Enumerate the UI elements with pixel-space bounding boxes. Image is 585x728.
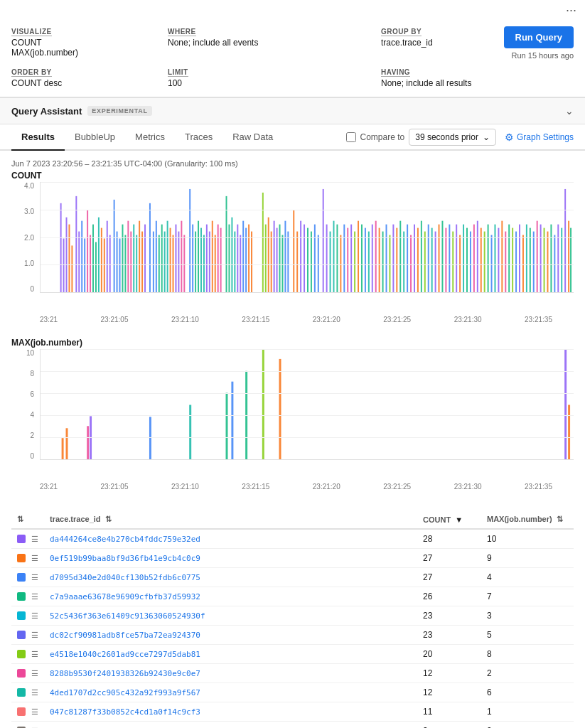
groupby-value: trace.trace_id	[381, 38, 495, 48]
svg-rect-57	[231, 218, 232, 292]
row-count: 28	[417, 529, 481, 549]
tab-metrics[interactable]: Metrics	[125, 124, 175, 151]
svg-rect-126	[473, 225, 475, 292]
svg-rect-102	[389, 235, 390, 292]
row-filter-icon[interactable]: ☰	[31, 631, 38, 640]
trace-id-link[interactable]: dc02cf90981adb8fce57ba72ea924370	[50, 631, 200, 640]
table-header-row: ⇅ trace.trace_id ⇅ COUNT ▼ MAX(job.numbe…	[11, 510, 574, 529]
svg-rect-17	[109, 235, 111, 292]
where-cell: WHERE None; include all events	[168, 26, 381, 48]
svg-rect-160	[189, 405, 191, 459]
svg-rect-18	[114, 200, 115, 292]
visualize-value1: COUNT	[11, 38, 159, 48]
svg-rect-134	[501, 221, 503, 292]
trace-id-link[interactable]: 047c81287f33b0852c4cd1a0f14c9cf3	[50, 707, 200, 717]
svg-rect-76	[296, 232, 298, 292]
svg-rect-69	[274, 221, 275, 292]
svg-rect-131	[491, 235, 493, 292]
trace-id-link[interactable]: 8288b9530f2401938326b92430e9c0e7	[50, 669, 200, 678]
svg-rect-44	[192, 225, 193, 292]
svg-rect-161	[226, 393, 228, 459]
run-query-button[interactable]: Run Query	[504, 26, 574, 48]
trace-color-dot	[17, 688, 26, 697]
row-count: 27	[417, 568, 481, 587]
svg-rect-19	[117, 232, 118, 292]
chart1-y-axis: 4.0 3.0 2.0 1.0 0	[11, 182, 37, 293]
trace-id-link[interactable]: 0ef519b99baa8bf9d36fb41e9cb4c0c9	[50, 554, 200, 563]
svg-rect-123	[463, 225, 464, 292]
row-trace-id: 4ded1707d2cc905c432a92f993a9f567	[44, 683, 417, 702]
tab-traces[interactable]: Traces	[175, 124, 222, 151]
svg-rect-113	[428, 225, 429, 292]
results-table: ⇅ trace.trace_id ⇅ COUNT ▼ MAX(job.numbe…	[11, 510, 574, 728]
tab-bubbleup[interactable]: BubbleUp	[65, 124, 125, 151]
row-max: 0	[481, 722, 574, 729]
query-assistant-bar[interactable]: Query Assistant EXPERIMENTAL ⌄	[0, 97, 585, 124]
row-filter-icon[interactable]: ☰	[31, 707, 38, 717]
table-row: ☰ 4ded1707d2cc905c432a92f993a9f567 12 6	[11, 683, 574, 702]
row-count: 12	[417, 683, 481, 702]
svg-rect-3	[68, 225, 70, 292]
row-icon-cell: ☰	[11, 587, 44, 606]
row-max: 9	[481, 549, 574, 568]
svg-rect-109	[414, 225, 415, 292]
compare-checkbox[interactable]	[346, 132, 356, 142]
row-count: 27	[417, 549, 481, 568]
table-row: ☰ 52c5436f363e61409c91363060524930f 23 3	[11, 606, 574, 626]
row-filter-icon[interactable]: ☰	[31, 650, 38, 659]
row-count: 12	[417, 664, 481, 683]
svg-rect-23	[127, 221, 129, 292]
trace-id-link[interactable]: 52c5436f363e61409c91363060524930f	[50, 611, 205, 621]
svg-rect-138	[515, 232, 517, 292]
svg-rect-143	[533, 232, 535, 292]
row-filter-icon[interactable]: ☰	[31, 611, 38, 621]
tab-rawdata[interactable]: Raw Data	[222, 124, 283, 151]
compare-dropdown[interactable]: 39 seconds prior ⌄	[409, 129, 496, 146]
row-filter-icon[interactable]: ☰	[31, 573, 38, 582]
svg-rect-58	[234, 232, 235, 292]
svg-rect-49	[206, 225, 208, 292]
svg-rect-144	[537, 221, 538, 292]
svg-rect-89	[343, 225, 345, 292]
qa-chevron-icon[interactable]: ⌄	[565, 105, 574, 117]
svg-rect-6	[78, 232, 80, 292]
svg-rect-64	[251, 232, 252, 292]
row-filter-icon[interactable]: ☰	[31, 592, 38, 601]
svg-rect-86	[333, 221, 335, 292]
trace-color-dot	[17, 535, 26, 543]
menu-dots[interactable]: ···	[566, 3, 576, 18]
chart2-svg	[41, 349, 574, 459]
svg-rect-26	[136, 235, 137, 292]
svg-rect-85	[330, 232, 331, 292]
trace-id-link[interactable]: 4ded1707d2cc905c432a92f993a9f567	[50, 688, 200, 697]
visualize-label: VISUALIZE	[11, 28, 52, 36]
row-trace-id: 0ef519b99baa8bf9d36fb41e9cb4c0c9	[44, 549, 417, 568]
col-sort[interactable]: ⇅	[11, 510, 44, 529]
row-filter-icon[interactable]: ☰	[31, 669, 38, 678]
row-icon-cell: ☰	[11, 722, 44, 729]
top-bar: ···	[0, 0, 585, 21]
svg-rect-73	[284, 221, 286, 292]
svg-rect-129	[484, 232, 485, 292]
trace-id-link[interactable]: c7a9aaae63678e96909cfbfb37d59932	[50, 592, 200, 601]
row-filter-icon[interactable]: ☰	[31, 554, 38, 563]
trace-id-link[interactable]: d7095d340e2d040cf130b52fdb6c0775	[50, 573, 200, 582]
row-max: 4	[481, 568, 574, 587]
graph-settings-button[interactable]: ⚙ Graph Settings	[505, 132, 574, 143]
tab-results[interactable]: Results	[11, 124, 65, 151]
svg-rect-111	[421, 221, 422, 292]
trace-id-link[interactable]: e4518e1040c2601ad9cce7297d5dab81	[50, 650, 200, 659]
trace-color-dot	[17, 707, 26, 716]
trace-id-link[interactable]: da444264ce8e4b270cb4fddc759e32ed	[50, 535, 200, 544]
row-count: 26	[417, 587, 481, 606]
orderby-label: ORDER BY	[11, 68, 52, 77]
col-count[interactable]: COUNT ▼	[417, 510, 481, 529]
svg-rect-98	[375, 221, 377, 292]
row-filter-icon[interactable]: ☰	[31, 535, 38, 544]
svg-rect-100	[382, 232, 384, 292]
svg-rect-106	[403, 232, 404, 292]
svg-rect-77	[300, 221, 301, 292]
row-filter-icon[interactable]: ☰	[31, 688, 38, 697]
col-trace-id[interactable]: trace.trace_id ⇅	[44, 510, 417, 529]
col-max[interactable]: MAX(job.number) ⇅	[481, 510, 574, 529]
